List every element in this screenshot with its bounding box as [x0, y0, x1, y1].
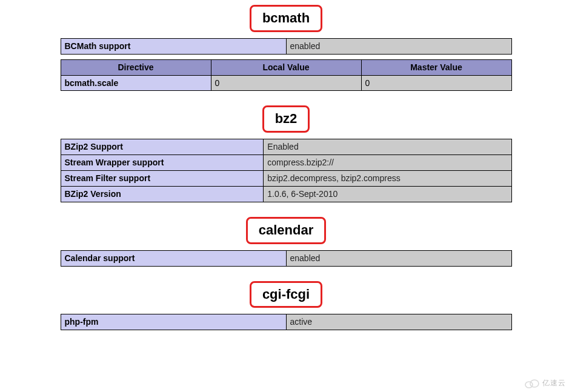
- watermark: 亿速云: [524, 378, 566, 388]
- cell-master: 0: [361, 75, 511, 91]
- watermark-text: 亿速云: [542, 378, 566, 388]
- cell-label: BZip2 Support: [61, 139, 264, 155]
- section-cgi-fcgi: cgi-fcgi php-fpm active: [0, 281, 572, 331]
- cell-value: active: [286, 314, 511, 330]
- cell-value: 1.0.6, 6-Sept-2010: [264, 186, 511, 202]
- section-title-calendar: calendar: [246, 217, 327, 244]
- svg-point-0: [525, 382, 533, 388]
- col-master-value: Master Value: [361, 59, 511, 75]
- cell-local: 0: [211, 75, 361, 91]
- cgi-support-table: php-fpm active: [61, 314, 512, 330]
- col-directive: Directive: [61, 59, 211, 75]
- section-title-bcmath: bcmath: [250, 5, 322, 32]
- cell-label: Stream Wrapper support: [61, 155, 264, 171]
- section-title-wrap: bz2: [0, 105, 572, 133]
- cell-value: bzip2.decompress, bzip2.compress: [264, 171, 511, 187]
- bz2-table: BZip2 Support Enabled Stream Wrapper sup…: [61, 139, 512, 202]
- cell-value: enabled: [286, 38, 511, 54]
- section-title-wrap: bcmath: [0, 5, 572, 32]
- col-local-value: Local Value: [211, 59, 361, 75]
- table-row: Stream Wrapper support compress.bzip2://: [61, 155, 511, 171]
- cell-directive: bcmath.scale: [61, 75, 211, 91]
- bcmath-directive-table: Directive Local Value Master Value bcmat…: [61, 59, 512, 91]
- section-bz2: bz2 BZip2 Support Enabled Stream Wrapper…: [0, 105, 572, 202]
- svg-point-1: [530, 380, 539, 387]
- table-row: BCMath support enabled: [61, 38, 511, 54]
- cell-label: BCMath support: [61, 38, 286, 54]
- table-row: php-fpm active: [61, 314, 511, 330]
- cell-label: Calendar support: [61, 250, 286, 266]
- section-title-wrap: calendar: [0, 217, 572, 244]
- section-bcmath: bcmath BCMath support enabled Directive …: [0, 5, 572, 91]
- cell-value: enabled: [286, 250, 511, 266]
- table-row: Calendar support enabled: [61, 250, 511, 266]
- bcmath-support-table: BCMath support enabled: [61, 38, 512, 55]
- table-row: BZip2 Version 1.0.6, 6-Sept-2010: [61, 186, 511, 202]
- section-title-bz2: bz2: [262, 105, 310, 133]
- cell-label: BZip2 Version: [61, 186, 264, 202]
- table-header-row: Directive Local Value Master Value: [61, 59, 511, 75]
- cloud-icon: [524, 379, 540, 388]
- section-title-cgi-fcgi: cgi-fcgi: [250, 281, 322, 308]
- section-calendar: calendar Calendar support enabled: [0, 217, 572, 267]
- table-row: Stream Filter support bzip2.decompress, …: [61, 171, 511, 187]
- cell-label: Stream Filter support: [61, 171, 264, 187]
- section-title-wrap: cgi-fcgi: [0, 281, 572, 308]
- cell-value: compress.bzip2://: [264, 155, 511, 171]
- calendar-support-table: Calendar support enabled: [61, 250, 512, 267]
- table-row: BZip2 Support Enabled: [61, 139, 511, 155]
- table-row: bcmath.scale 0 0: [61, 75, 511, 91]
- cell-value: Enabled: [264, 139, 511, 155]
- cell-label: php-fpm: [61, 314, 286, 330]
